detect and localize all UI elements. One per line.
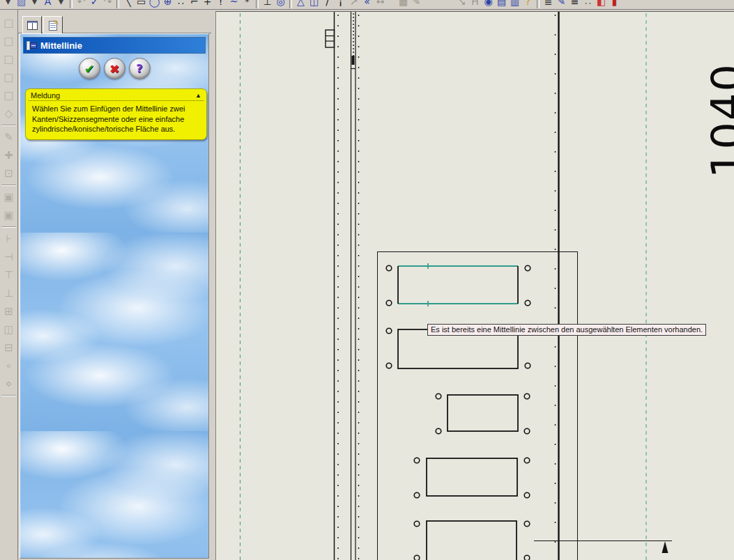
sketch-circle[interactable]	[414, 458, 420, 463]
mate-symmetric-icon[interactable]: ⋄	[1, 375, 17, 393]
table-icon[interactable]: ▤	[495, 0, 508, 9]
line-thickness-icon[interactable]: ≡	[568, 0, 581, 9]
cancel-button[interactable]: ✖	[104, 58, 125, 79]
circle-tool-icon[interactable]: ⊕	[161, 0, 174, 9]
bracket-detail[interactable]	[326, 30, 335, 47]
space-evenly-icon[interactable]: ⊟	[1, 339, 17, 357]
sketch-circle[interactable]	[524, 521, 530, 527]
view-hidden-removed-icon[interactable]: □	[1, 50, 17, 68]
gray-arrow-icon[interactable]: ↗	[347, 0, 360, 9]
align-left-icon[interactable]: ⊦	[1, 230, 17, 248]
arc-tool-icon[interactable]: ⌐	[188, 0, 201, 9]
dots-grid-icon[interactable]: ∷	[581, 0, 595, 9]
trim-entities-icon[interactable]: /	[321, 0, 334, 9]
smart-dimension-icon[interactable]: «	[360, 0, 374, 9]
ungroup-icon[interactable]: ◫	[1, 320, 17, 339]
line-tool-icon[interactable]: ╲	[121, 0, 135, 9]
point-cloud-icon[interactable]: ∴	[174, 0, 188, 9]
sketch-circle[interactable]	[525, 265, 530, 271]
spline-tool-icon[interactable]: ~	[227, 0, 240, 9]
globe-icon[interactable]: ◉	[482, 0, 495, 9]
view-shadows-icon[interactable]: □	[1, 86, 17, 104]
flyout-arrow-icon[interactable]: ▾	[1, 0, 15, 9]
view-wireframe-icon[interactable]: □	[1, 68, 17, 86]
sketch-circle[interactable]	[524, 458, 530, 463]
align-bottom-icon[interactable]: ⊥	[1, 284, 17, 302]
sketch-format-icon[interactable]: ▨	[15, 0, 28, 9]
layers-icon[interactable]: ≣	[542, 0, 555, 9]
sketch-circle[interactable]	[525, 363, 530, 368]
sketch-circle[interactable]	[386, 300, 392, 306]
sketch-circle[interactable]	[414, 555, 420, 560]
view-hidden-visible-icon[interactable]: □	[1, 32, 17, 50]
propertymanager-tab[interactable]: ✎	[43, 16, 63, 34]
centerpoint-icon[interactable]: +	[201, 0, 214, 9]
sketch-circle[interactable]	[436, 394, 441, 399]
propertymanager-tab-icon: ✎	[49, 21, 57, 31]
graphics-area[interactable]: Es ist bereits eine Mittellinie zwischen…	[215, 11, 734, 560]
view-shaded-icon[interactable]: □	[1, 14, 17, 32]
sketch-circle[interactable]	[524, 492, 530, 498]
sketch-circle[interactable]	[525, 300, 530, 306]
edit-sketch-icon[interactable]: ✎	[1, 128, 17, 146]
magnify-icon[interactable]: ◎	[274, 0, 287, 9]
sketch-circle[interactable]	[436, 428, 441, 434]
help-button[interactable]: ?	[129, 58, 151, 79]
align-right-icon[interactable]: ⊣	[1, 248, 17, 266]
fit-arrows-icon[interactable]: ↔	[374, 0, 387, 9]
flyout-arrow-icon[interactable]: ▾	[28, 0, 41, 9]
view-perspective-icon[interactable]: ◇	[1, 104, 17, 123]
table-alt-icon[interactable]: ▥	[508, 0, 521, 9]
star-points-icon[interactable]: *	[240, 0, 254, 9]
paste-entities-icon[interactable]: ▣	[1, 206, 17, 224]
panel-title: Mittellinie	[40, 40, 82, 51]
sketch-rectangle[interactable]	[448, 395, 518, 431]
grid-icon[interactable]: ▦	[397, 0, 410, 9]
toolbar-separator	[1, 395, 16, 396]
gray-tool-icon[interactable]: ↘	[455, 0, 468, 9]
vertical-segment-icon[interactable]: !	[214, 0, 227, 9]
sketch-circle[interactable]	[524, 555, 530, 560]
sketch-circle[interactable]	[414, 521, 420, 527]
group-icon[interactable]: ⊞	[1, 302, 17, 320]
rectangle-tool-icon[interactable]: ▭	[135, 0, 148, 9]
perpendicular-constraint-icon[interactable]: ⊥	[261, 0, 274, 9]
mirror-entities-icon[interactable]: △	[294, 0, 307, 9]
rebuild-check-icon[interactable]: ✓	[88, 0, 101, 9]
sketch-circle[interactable]	[524, 428, 530, 434]
anchor-icon[interactable]: H	[468, 0, 482, 9]
sketch-circle[interactable]	[386, 328, 392, 334]
sketch-circle[interactable]	[524, 394, 530, 399]
property-manager-panel: ✎ Mittellinie ✔ ✖ ? Meldung ▲ Wählen Sie…	[18, 10, 211, 560]
copy-entities-icon[interactable]: ▣	[1, 188, 17, 206]
flyout-arrow-icon[interactable]: ▾	[54, 0, 68, 9]
help-icon[interactable]: ?	[521, 0, 535, 9]
offset-entities-icon[interactable]: ◫	[307, 0, 321, 9]
ellipse-tool-icon[interactable]: ◯	[148, 0, 161, 9]
undo-icon[interactable]: ↶	[75, 0, 88, 9]
sketch-rectangle[interactable]	[427, 458, 517, 496]
mate-concentric-icon[interactable]: ∘	[1, 357, 17, 375]
annotation-text-icon[interactable]: A	[41, 0, 54, 9]
pen-color-icon[interactable]: ✎	[555, 0, 568, 9]
redo-icon[interactable]: ↷	[101, 0, 114, 9]
flag-icon[interactable]: ▮	[608, 0, 621, 9]
ok-button[interactable]: ✔	[79, 58, 100, 79]
add-relation-icon[interactable]: ✚	[1, 146, 17, 164]
sketch-rectangle[interactable]	[427, 521, 517, 560]
panel-body-clouds: Mittellinie ✔ ✖ ? Meldung ▲ Wählen Sie z…	[20, 33, 209, 559]
info-icon[interactable]: ¡	[334, 0, 347, 9]
top-toolbar: ▾▨▾A▾↶✓↷╲▭◯⊕∴⌐+!~*⊥◎△◫/¡↗«↔▦✎↘H◉▤▥?≣✎≡∷◧…	[0, 0, 734, 10]
collapse-arrow-icon[interactable]: ▲	[195, 92, 201, 99]
sketch-circle[interactable]	[386, 265, 392, 271]
align-top-icon[interactable]: ⊤	[1, 266, 17, 284]
sketch-circle[interactable]	[414, 492, 420, 498]
featuremanager-tab[interactable]	[22, 16, 42, 33]
display-relations-icon[interactable]: ⊡	[1, 164, 17, 182]
sketch-circle[interactable]	[386, 363, 392, 368]
toolbar-separator	[256, 0, 259, 8]
toolbar-gap	[423, 1, 455, 9]
note-icon[interactable]: ✎	[410, 0, 423, 9]
wall-mark	[352, 56, 355, 65]
color-table-icon[interactable]: ◧	[595, 0, 608, 9]
